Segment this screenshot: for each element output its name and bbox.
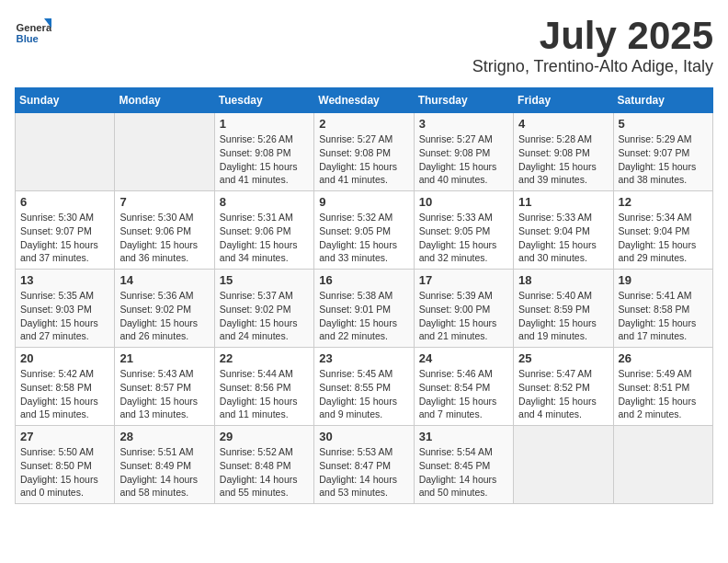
day-info: Sunrise: 5:33 AM Sunset: 9:04 PM Dayligh… [518, 211, 608, 265]
calendar-cell: 12Sunrise: 5:34 AM Sunset: 9:04 PM Dayli… [613, 191, 712, 270]
day-info: Sunrise: 5:54 AM Sunset: 8:45 PM Dayligh… [419, 445, 508, 500]
day-number: 16 [319, 273, 408, 287]
column-header-friday: Friday [514, 88, 613, 113]
day-info: Sunrise: 5:30 AM Sunset: 9:06 PM Dayligh… [119, 211, 209, 265]
day-number: 27 [20, 430, 109, 443]
day-number: 29 [220, 430, 309, 443]
header-row: SundayMondayTuesdayWednesdayThursdayFrid… [16, 88, 713, 113]
calendar-cell: 24Sunrise: 5:46 AM Sunset: 8:54 PM Dayli… [414, 348, 513, 426]
logo-icon: General Blue [15, 15, 51, 52]
day-number: 7 [119, 195, 209, 209]
calendar-cell: 2Sunrise: 5:27 AM Sunset: 9:08 PM Daylig… [314, 113, 414, 191]
column-header-monday: Monday [115, 88, 214, 113]
day-info: Sunrise: 5:38 AM Sunset: 9:01 PM Dayligh… [319, 289, 408, 343]
day-number: 23 [319, 351, 408, 365]
day-info: Sunrise: 5:39 AM Sunset: 9:00 PM Dayligh… [419, 289, 508, 343]
day-info: Sunrise: 5:32 AM Sunset: 9:05 PM Dayligh… [319, 211, 408, 265]
calendar-cell: 21Sunrise: 5:43 AM Sunset: 8:57 PM Dayli… [115, 348, 214, 426]
logo: General Blue [15, 15, 55, 52]
day-info: Sunrise: 5:31 AM Sunset: 9:06 PM Dayligh… [220, 211, 309, 265]
calendar-cell: 4Sunrise: 5:28 AM Sunset: 9:08 PM Daylig… [514, 113, 613, 191]
calendar-cell: 30Sunrise: 5:53 AM Sunset: 8:47 PM Dayli… [314, 426, 414, 504]
day-number: 11 [518, 195, 608, 209]
column-header-tuesday: Tuesday [214, 88, 313, 113]
calendar-cell: 26Sunrise: 5:49 AM Sunset: 8:51 PM Dayli… [613, 348, 712, 426]
day-info: Sunrise: 5:44 AM Sunset: 8:56 PM Dayligh… [220, 367, 309, 421]
header: General Blue July 2025 Strigno, Trentino… [15, 15, 713, 76]
calendar-cell: 20Sunrise: 5:42 AM Sunset: 8:58 PM Dayli… [16, 348, 115, 426]
day-number: 3 [419, 117, 508, 131]
day-info: Sunrise: 5:45 AM Sunset: 8:55 PM Dayligh… [319, 367, 408, 421]
subtitle: Strigno, Trentino-Alto Adige, Italy [472, 57, 713, 76]
day-info: Sunrise: 5:51 AM Sunset: 8:49 PM Dayligh… [119, 445, 209, 500]
day-number: 25 [518, 351, 608, 365]
day-number: 4 [518, 117, 608, 131]
day-info: Sunrise: 5:42 AM Sunset: 8:58 PM Dayligh… [20, 367, 109, 421]
day-number: 21 [119, 351, 209, 365]
day-info: Sunrise: 5:47 AM Sunset: 8:52 PM Dayligh… [518, 367, 608, 421]
column-header-wednesday: Wednesday [314, 88, 414, 113]
day-number: 6 [20, 195, 109, 209]
calendar-cell: 15Sunrise: 5:37 AM Sunset: 9:02 PM Dayli… [214, 270, 313, 348]
day-number: 26 [619, 351, 708, 365]
calendar-cell: 9Sunrise: 5:32 AM Sunset: 9:05 PM Daylig… [314, 191, 414, 270]
title-area: July 2025 Strigno, Trentino-Alto Adige, … [472, 15, 713, 76]
day-number: 10 [419, 195, 508, 209]
calendar-cell: 16Sunrise: 5:38 AM Sunset: 9:01 PM Dayli… [314, 270, 414, 348]
calendar-cell: 18Sunrise: 5:40 AM Sunset: 8:59 PM Dayli… [514, 270, 613, 348]
day-number: 15 [220, 273, 309, 287]
day-number: 1 [220, 117, 309, 131]
day-number: 17 [419, 273, 508, 287]
day-info: Sunrise: 5:28 AM Sunset: 9:08 PM Dayligh… [518, 132, 608, 187]
calendar-cell [613, 426, 712, 504]
day-info: Sunrise: 5:49 AM Sunset: 8:51 PM Dayligh… [619, 367, 708, 421]
calendar-cell: 10Sunrise: 5:33 AM Sunset: 9:05 PM Dayli… [414, 191, 513, 270]
day-number: 5 [619, 117, 708, 131]
day-info: Sunrise: 5:35 AM Sunset: 9:03 PM Dayligh… [20, 289, 109, 343]
week-row-3: 13Sunrise: 5:35 AM Sunset: 9:03 PM Dayli… [16, 270, 713, 348]
calendar-cell: 3Sunrise: 5:27 AM Sunset: 9:08 PM Daylig… [414, 113, 513, 191]
calendar-cell: 7Sunrise: 5:30 AM Sunset: 9:06 PM Daylig… [115, 191, 214, 270]
day-info: Sunrise: 5:41 AM Sunset: 8:58 PM Dayligh… [619, 289, 708, 343]
calendar-cell: 22Sunrise: 5:44 AM Sunset: 8:56 PM Dayli… [214, 348, 313, 426]
calendar-cell: 11Sunrise: 5:33 AM Sunset: 9:04 PM Dayli… [514, 191, 613, 270]
calendar-cell: 31Sunrise: 5:54 AM Sunset: 8:45 PM Dayli… [414, 426, 513, 504]
day-number: 24 [419, 351, 508, 365]
calendar-cell: 6Sunrise: 5:30 AM Sunset: 9:07 PM Daylig… [16, 191, 115, 270]
calendar-cell: 29Sunrise: 5:52 AM Sunset: 8:48 PM Dayli… [214, 426, 313, 504]
calendar-cell: 25Sunrise: 5:47 AM Sunset: 8:52 PM Dayli… [514, 348, 613, 426]
calendar-cell: 1Sunrise: 5:26 AM Sunset: 9:08 PM Daylig… [214, 113, 313, 191]
calendar-cell: 8Sunrise: 5:31 AM Sunset: 9:06 PM Daylig… [214, 191, 313, 270]
day-info: Sunrise: 5:53 AM Sunset: 8:47 PM Dayligh… [319, 445, 408, 500]
calendar-cell: 5Sunrise: 5:29 AM Sunset: 9:07 PM Daylig… [613, 113, 712, 191]
day-number: 8 [220, 195, 309, 209]
week-row-4: 20Sunrise: 5:42 AM Sunset: 8:58 PM Dayli… [16, 348, 713, 426]
week-row-2: 6Sunrise: 5:30 AM Sunset: 9:07 PM Daylig… [16, 191, 713, 270]
day-number: 2 [319, 117, 408, 131]
day-info: Sunrise: 5:30 AM Sunset: 9:07 PM Dayligh… [20, 211, 109, 265]
calendar-cell: 28Sunrise: 5:51 AM Sunset: 8:49 PM Dayli… [115, 426, 214, 504]
week-row-1: 1Sunrise: 5:26 AM Sunset: 9:08 PM Daylig… [16, 113, 713, 191]
svg-text:Blue: Blue [17, 33, 39, 44]
day-number: 22 [220, 351, 309, 365]
day-info: Sunrise: 5:37 AM Sunset: 9:02 PM Dayligh… [220, 289, 309, 343]
day-number: 31 [419, 430, 508, 443]
calendar-cell: 27Sunrise: 5:50 AM Sunset: 8:50 PM Dayli… [16, 426, 115, 504]
day-number: 19 [619, 273, 708, 287]
calendar-cell: 23Sunrise: 5:45 AM Sunset: 8:55 PM Dayli… [314, 348, 414, 426]
calendar-cell: 13Sunrise: 5:35 AM Sunset: 9:03 PM Dayli… [16, 270, 115, 348]
day-info: Sunrise: 5:50 AM Sunset: 8:50 PM Dayligh… [20, 445, 109, 500]
day-number: 28 [119, 430, 209, 443]
day-info: Sunrise: 5:36 AM Sunset: 9:02 PM Dayligh… [119, 289, 209, 343]
calendar-cell [115, 113, 214, 191]
day-info: Sunrise: 5:33 AM Sunset: 9:05 PM Dayligh… [419, 211, 508, 265]
calendar-cell [16, 113, 115, 191]
day-info: Sunrise: 5:29 AM Sunset: 9:07 PM Dayligh… [619, 132, 708, 187]
day-info: Sunrise: 5:27 AM Sunset: 9:08 PM Dayligh… [419, 132, 508, 187]
day-info: Sunrise: 5:46 AM Sunset: 8:54 PM Dayligh… [419, 367, 508, 421]
calendar-table: SundayMondayTuesdayWednesdayThursdayFrid… [15, 87, 713, 504]
column-header-sunday: Sunday [16, 88, 115, 113]
day-number: 9 [319, 195, 408, 209]
week-row-5: 27Sunrise: 5:50 AM Sunset: 8:50 PM Dayli… [16, 426, 713, 504]
column-header-thursday: Thursday [414, 88, 513, 113]
